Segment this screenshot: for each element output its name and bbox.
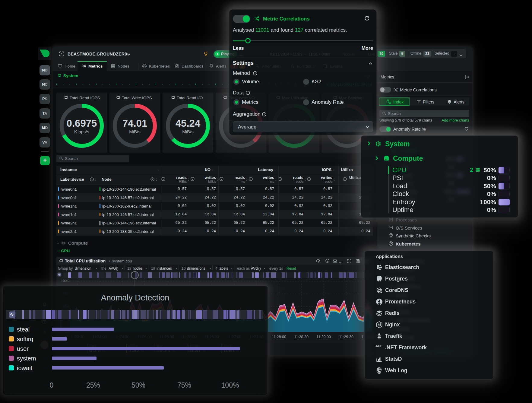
svg-text:.NET: .NET — [375, 344, 382, 347]
svg-text:OS: OS — [390, 227, 392, 229]
